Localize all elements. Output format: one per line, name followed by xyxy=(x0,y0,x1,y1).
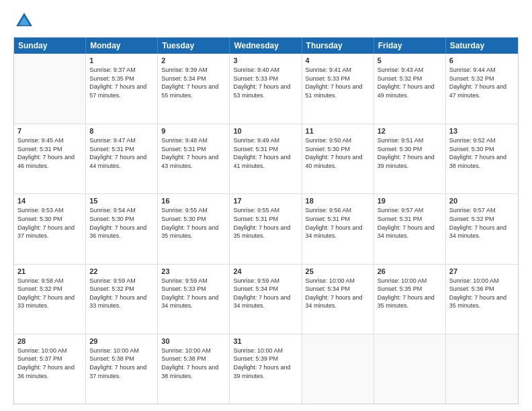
day-info: Sunrise: 9:55 AMSunset: 5:30 PMDaylight:… xyxy=(161,206,226,240)
day-info: Sunrise: 9:50 AMSunset: 5:30 PMDaylight:… xyxy=(306,136,370,170)
day-number: 2 xyxy=(161,56,226,64)
day-info: Sunrise: 9:59 AMSunset: 5:34 PMDaylight:… xyxy=(233,277,298,310)
day-number: 10 xyxy=(233,127,298,135)
day-number: 23 xyxy=(161,267,226,275)
day-number: 25 xyxy=(306,267,370,275)
calendar-cell: 16Sunrise: 9:55 AMSunset: 5:30 PMDayligh… xyxy=(158,194,230,263)
calendar-cell: 12Sunrise: 9:51 AMSunset: 5:30 PMDayligh… xyxy=(374,124,446,193)
calendar-cell: 18Sunrise: 9:56 AMSunset: 5:31 PMDayligh… xyxy=(302,194,374,263)
day-number: 24 xyxy=(233,267,298,275)
day-info: Sunrise: 10:00 AMSunset: 5:39 PMDaylight… xyxy=(233,347,298,380)
day-number: 17 xyxy=(233,197,298,205)
weekday-header: Friday xyxy=(374,38,446,54)
day-number: 8 xyxy=(89,127,154,135)
weekday-header: Monday xyxy=(86,38,158,54)
calendar-page: SundayMondayTuesdayWednesdayThursdayFrid… xyxy=(0,0,532,411)
day-info: Sunrise: 9:59 AMSunset: 5:33 PMDaylight:… xyxy=(161,277,226,310)
day-number: 22 xyxy=(89,267,154,275)
day-info: Sunrise: 9:39 AMSunset: 5:34 PMDaylight:… xyxy=(161,66,226,99)
day-info: Sunrise: 9:49 AMSunset: 5:31 PMDaylight:… xyxy=(233,136,298,170)
day-info: Sunrise: 9:53 AMSunset: 5:30 PMDaylight:… xyxy=(17,206,82,240)
day-number: 14 xyxy=(17,197,82,205)
day-info: Sunrise: 10:00 AMSunset: 5:34 PMDaylight… xyxy=(306,277,370,310)
day-info: Sunrise: 9:43 AMSunset: 5:32 PMDaylight:… xyxy=(378,66,442,99)
calendar-cell: 21Sunrise: 9:58 AMSunset: 5:32 PMDayligh… xyxy=(14,265,86,334)
calendar-body: 1Sunrise: 9:37 AMSunset: 5:35 PMDaylight… xyxy=(14,54,518,404)
day-info: Sunrise: 9:40 AMSunset: 5:33 PMDaylight:… xyxy=(233,66,298,99)
calendar-cell: 22Sunrise: 9:59 AMSunset: 5:32 PMDayligh… xyxy=(86,265,158,334)
day-info: Sunrise: 9:56 AMSunset: 5:31 PMDaylight:… xyxy=(306,206,370,240)
calendar-header: SundayMondayTuesdayWednesdayThursdayFrid… xyxy=(14,38,518,54)
calendar-cell: 17Sunrise: 9:55 AMSunset: 5:31 PMDayligh… xyxy=(230,194,302,263)
day-number: 16 xyxy=(161,197,226,205)
calendar-week: 28Sunrise: 10:00 AMSunset: 5:37 PMDaylig… xyxy=(14,334,518,404)
day-number: 3 xyxy=(233,56,298,64)
calendar-week: 1Sunrise: 9:37 AMSunset: 5:35 PMDaylight… xyxy=(14,54,518,124)
calendar-cell: 8Sunrise: 9:47 AMSunset: 5:31 PMDaylight… xyxy=(86,124,158,193)
day-number: 29 xyxy=(89,337,154,345)
weekday-header: Sunday xyxy=(14,38,86,54)
calendar-cell: 30Sunrise: 10:00 AMSunset: 5:38 PMDaylig… xyxy=(158,334,230,404)
day-number: 30 xyxy=(161,337,226,345)
calendar-cell xyxy=(374,334,446,404)
day-info: Sunrise: 9:44 AMSunset: 5:32 PMDaylight:… xyxy=(449,66,515,99)
day-info: Sunrise: 9:45 AMSunset: 5:31 PMDaylight:… xyxy=(17,136,82,170)
calendar-cell: 7Sunrise: 9:45 AMSunset: 5:31 PMDaylight… xyxy=(14,124,86,193)
calendar-cell: 2Sunrise: 9:39 AMSunset: 5:34 PMDaylight… xyxy=(158,54,230,124)
day-number: 9 xyxy=(161,127,226,135)
day-info: Sunrise: 10:00 AMSunset: 5:35 PMDaylight… xyxy=(378,277,442,310)
calendar-cell: 23Sunrise: 9:59 AMSunset: 5:33 PMDayligh… xyxy=(158,265,230,334)
day-number: 13 xyxy=(449,127,515,135)
day-number: 26 xyxy=(378,267,442,275)
day-info: Sunrise: 9:37 AMSunset: 5:35 PMDaylight:… xyxy=(89,66,154,99)
calendar-cell: 13Sunrise: 9:52 AMSunset: 5:30 PMDayligh… xyxy=(446,124,518,193)
calendar-cell: 5Sunrise: 9:43 AMSunset: 5:32 PMDaylight… xyxy=(374,54,446,124)
day-info: Sunrise: 10:00 AMSunset: 5:38 PMDaylight… xyxy=(89,347,154,380)
day-number: 5 xyxy=(378,56,442,64)
day-number: 31 xyxy=(233,337,298,345)
day-info: Sunrise: 9:57 AMSunset: 5:32 PMDaylight:… xyxy=(449,206,515,240)
day-number: 27 xyxy=(449,267,515,275)
calendar-cell: 11Sunrise: 9:50 AMSunset: 5:30 PMDayligh… xyxy=(302,124,374,193)
logo xyxy=(13,10,38,32)
day-number: 18 xyxy=(306,197,370,205)
day-number: 21 xyxy=(17,267,82,275)
calendar-cell: 29Sunrise: 10:00 AMSunset: 5:38 PMDaylig… xyxy=(86,334,158,404)
calendar-cell: 27Sunrise: 10:00 AMSunset: 5:36 PMDaylig… xyxy=(446,265,518,334)
calendar-cell: 24Sunrise: 9:59 AMSunset: 5:34 PMDayligh… xyxy=(230,265,302,334)
calendar-week: 14Sunrise: 9:53 AMSunset: 5:30 PMDayligh… xyxy=(14,193,518,263)
day-info: Sunrise: 9:54 AMSunset: 5:30 PMDaylight:… xyxy=(89,206,154,240)
weekday-header: Wednesday xyxy=(230,38,302,54)
day-info: Sunrise: 10:00 AMSunset: 5:36 PMDaylight… xyxy=(449,277,515,310)
weekday-header: Thursday xyxy=(302,38,374,54)
day-info: Sunrise: 9:55 AMSunset: 5:31 PMDaylight:… xyxy=(233,206,298,240)
calendar: SundayMondayTuesdayWednesdayThursdayFrid… xyxy=(13,37,519,404)
day-info: Sunrise: 9:52 AMSunset: 5:30 PMDaylight:… xyxy=(449,136,515,170)
day-number: 19 xyxy=(378,197,442,205)
day-number: 1 xyxy=(89,56,154,64)
weekday-header: Tuesday xyxy=(158,38,230,54)
calendar-cell: 26Sunrise: 10:00 AMSunset: 5:35 PMDaylig… xyxy=(374,265,446,334)
day-number: 15 xyxy=(89,197,154,205)
calendar-cell: 25Sunrise: 10:00 AMSunset: 5:34 PMDaylig… xyxy=(302,265,374,334)
calendar-cell: 4Sunrise: 9:41 AMSunset: 5:33 PMDaylight… xyxy=(302,54,374,124)
day-info: Sunrise: 10:00 AMSunset: 5:38 PMDaylight… xyxy=(161,347,226,380)
calendar-cell xyxy=(446,334,518,404)
day-number: 28 xyxy=(17,337,82,345)
day-info: Sunrise: 9:41 AMSunset: 5:33 PMDaylight:… xyxy=(306,66,370,99)
calendar-cell: 10Sunrise: 9:49 AMSunset: 5:31 PMDayligh… xyxy=(230,124,302,193)
day-info: Sunrise: 9:58 AMSunset: 5:32 PMDaylight:… xyxy=(17,277,82,310)
header xyxy=(13,10,519,32)
calendar-cell: 9Sunrise: 9:48 AMSunset: 5:31 PMDaylight… xyxy=(158,124,230,193)
weekday-header: Saturday xyxy=(446,38,518,54)
logo-icon xyxy=(13,10,35,32)
day-info: Sunrise: 10:00 AMSunset: 5:37 PMDaylight… xyxy=(17,347,82,380)
calendar-cell: 3Sunrise: 9:40 AMSunset: 5:33 PMDaylight… xyxy=(230,54,302,124)
day-number: 11 xyxy=(306,127,370,135)
day-info: Sunrise: 9:47 AMSunset: 5:31 PMDaylight:… xyxy=(89,136,154,170)
calendar-cell: 1Sunrise: 9:37 AMSunset: 5:35 PMDaylight… xyxy=(86,54,158,124)
calendar-week: 21Sunrise: 9:58 AMSunset: 5:32 PMDayligh… xyxy=(14,264,518,334)
calendar-cell: 19Sunrise: 9:57 AMSunset: 5:31 PMDayligh… xyxy=(374,194,446,263)
day-number: 7 xyxy=(17,127,82,135)
calendar-week: 7Sunrise: 9:45 AMSunset: 5:31 PMDaylight… xyxy=(14,124,518,193)
